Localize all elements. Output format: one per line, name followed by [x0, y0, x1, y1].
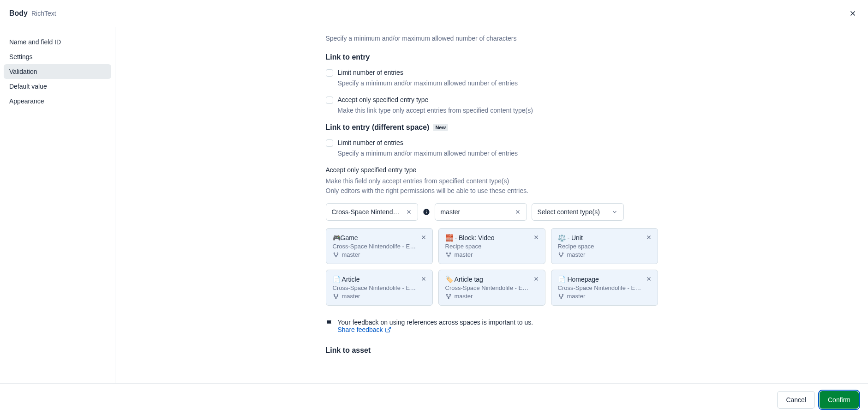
chip-env: master [558, 251, 651, 258]
svg-point-11 [334, 253, 335, 253]
subsection-desc: Make this field only accept entries from… [326, 176, 658, 196]
content-type-chip: 🏷️ Article tagCross-Space Nintendolife -… [438, 270, 545, 306]
svg-point-17 [449, 253, 450, 253]
svg-point-22 [562, 253, 563, 253]
svg-point-33 [448, 297, 449, 298]
checkbox-limit-entries[interactable]: Limit number of entries [326, 69, 658, 77]
flag-icon [326, 320, 333, 327]
branch-icon [333, 293, 339, 300]
modal-footer: Cancel Confirm [0, 383, 868, 416]
chip-env: master [445, 293, 539, 300]
checkbox-accept-type[interactable]: Accept only specified entry type [326, 96, 658, 104]
chip-env: master [333, 251, 426, 258]
checkbox-limit-entries-diff[interactable]: Limit number of entries [326, 139, 658, 147]
chip-space: Recipe space [558, 243, 651, 250]
desc-line1: Make this field only accept entries from… [326, 177, 509, 185]
sidebar-item-validation[interactable]: Validation [4, 64, 111, 79]
section-link-to-entry-diff-space: Link to entry (different space) New [326, 123, 658, 132]
selected-types-grid: 🎮GameCross-Space Nintendolife - E…master… [326, 228, 658, 306]
checkbox-icon [326, 69, 333, 77]
svg-point-18 [448, 256, 449, 257]
chip-env: master [333, 293, 426, 300]
content-type-chip: 📄 ArticleCross-Space Nintendolife - E…ma… [326, 270, 433, 306]
close-icon [849, 9, 857, 18]
chip-title: ⚖️ - Unit [558, 234, 651, 241]
branch-icon [445, 252, 452, 258]
cancel-button[interactable]: Cancel [777, 391, 815, 409]
content-type-chip: 🎮GameCross-Space Nintendolife - E…master [326, 228, 433, 264]
content-type-chip: 🧱 - Block: VideoRecipe spacemaster [438, 228, 545, 264]
branch-icon [445, 293, 452, 300]
remove-chip-icon[interactable] [646, 234, 652, 241]
feedback-row: Your feedback on using references across… [326, 319, 658, 333]
filter-row: Cross-Space Nintendolife … master Select… [326, 203, 658, 221]
feedback-text: Your feedback on using references across… [338, 319, 533, 326]
sidebar: Name and field ID Settings Validation De… [0, 27, 115, 383]
clear-icon[interactable] [515, 209, 521, 215]
content-type-chip: ⚖️ - UnitRecipe spacemaster [551, 228, 658, 264]
share-feedback-link[interactable]: Share feedback [338, 326, 391, 333]
svg-point-28 [335, 297, 336, 298]
remove-chip-icon[interactable] [420, 234, 427, 241]
svg-point-31 [446, 294, 447, 295]
subsection-title: Accept only specified entry type [326, 166, 658, 174]
env-filter[interactable]: master [435, 203, 527, 221]
chip-title: 🏷️ Article tag [445, 276, 539, 283]
svg-point-32 [449, 294, 450, 295]
remove-chip-icon[interactable] [533, 276, 539, 282]
branch-icon [558, 293, 564, 300]
space-filter[interactable]: Cross-Space Nintendolife … [326, 203, 418, 221]
content-area: Specify a minimum and/or maximum allowed… [115, 27, 868, 383]
sidebar-item-appearance[interactable]: Appearance [4, 94, 111, 109]
sidebar-item-default-value[interactable]: Default value [4, 79, 111, 94]
new-badge: New [433, 124, 448, 131]
section-link-to-asset: Link to asset [326, 346, 658, 355]
svg-point-12 [337, 253, 338, 253]
chip-title: 🎮Game [333, 234, 426, 241]
helper-text: Specify a minimum and/or maximum allowed… [338, 79, 658, 87]
svg-point-36 [559, 294, 560, 295]
checkbox-icon [326, 96, 333, 104]
modal-header: Body RichText [0, 0, 868, 27]
close-button[interactable] [847, 7, 859, 19]
helper-text: Specify a minimum and/or maximum allowed… [338, 150, 658, 157]
svg-point-27 [337, 294, 338, 295]
branch-icon [333, 252, 339, 258]
field-name: Body [9, 9, 28, 18]
chip-space: Cross-Space Nintendolife - E… [445, 284, 539, 291]
sidebar-item-settings[interactable]: Settings [4, 49, 111, 64]
chevron-down-icon [611, 209, 618, 215]
chip-space: Cross-Space Nintendolife - E… [333, 243, 426, 250]
section-title-text: Link to entry (different space) [326, 123, 430, 132]
remove-chip-icon[interactable] [533, 234, 539, 241]
svg-line-39 [387, 327, 390, 330]
helper-text: Make this link type only accept entries … [338, 107, 658, 114]
section-title-text: Link to asset [326, 346, 371, 355]
remove-chip-icon[interactable] [420, 276, 427, 282]
svg-point-37 [562, 294, 563, 295]
filter-value: Cross-Space Nintendolife … [332, 208, 402, 216]
chip-space: Recipe space [445, 243, 539, 250]
remove-chip-icon[interactable] [646, 276, 652, 282]
desc-line2: Only editors with the right permissions … [326, 187, 529, 194]
svg-point-23 [560, 256, 561, 257]
content-type-select[interactable]: Select content type(s) [532, 203, 624, 221]
branch-icon [558, 252, 564, 258]
chip-space: Cross-Space Nintendolife - E… [558, 284, 651, 291]
confirm-button[interactable]: Confirm [820, 391, 859, 409]
content-type-chip: 📄 HomepageCross-Space Nintendolife - E…m… [551, 270, 658, 306]
svg-point-38 [560, 297, 561, 298]
sidebar-item-name-id[interactable]: Name and field ID [4, 35, 111, 49]
svg-point-16 [446, 253, 447, 253]
chip-title: 📄 Article [333, 276, 426, 283]
svg-point-13 [335, 256, 336, 257]
clear-icon[interactable] [406, 209, 412, 215]
checkbox-icon [326, 139, 333, 147]
external-link-icon [385, 326, 391, 333]
filter-placeholder: Select content type(s) [538, 208, 608, 216]
top-helper-text: Specify a minimum and/or maximum allowed… [326, 35, 658, 42]
field-type: RichText [31, 10, 56, 17]
svg-point-21 [559, 253, 560, 253]
info-icon[interactable] [423, 208, 430, 216]
filter-value: master [441, 208, 511, 216]
